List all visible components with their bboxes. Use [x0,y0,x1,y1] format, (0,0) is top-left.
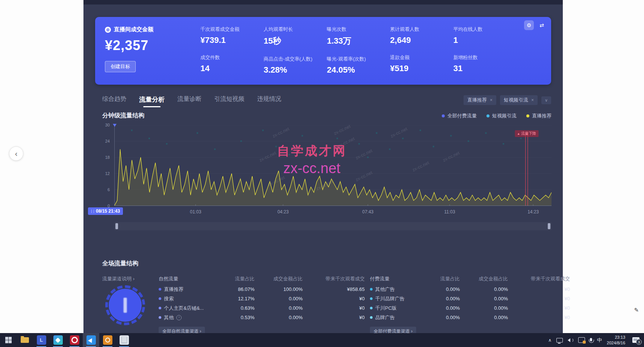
microphone-icon[interactable] [590,338,592,341]
chart-header: 分钟级流量结构 全部付费流量短视频引流直播推荐 [102,112,552,120]
screenshot-tool-icon[interactable] [578,337,585,343]
row-value: 0.00% [420,305,460,311]
metric-label: 累计观看人数 [390,26,453,33]
filter-chip[interactable]: 直播推荐× [464,95,496,105]
legend-label: 短视频引流 [492,113,517,119]
y-tick-label: 30 [105,123,110,127]
channel-label: 直播推荐 [164,286,183,293]
channel-dot [159,288,161,291]
filter-chip[interactable]: 短视频引流× [500,95,538,105]
blue-app-icon: L [37,335,46,345]
info-icon[interactable]: ? [176,315,182,320]
column-header: 带来千次观看成交 [508,275,570,282]
full-session-traffic-section: 全场流量结构 流量渠道说明 › 自然流量流量占比成交金额占比带来千次观看成交直播… [102,260,552,268]
chart-legend: 全部付费流量短视频引流直播推荐 [442,113,552,119]
row-value: 0.00% [420,296,460,301]
banner-title: 直播间成交金额 [114,26,153,33]
legend-label: 全部付费流量 [447,113,477,119]
table-row: 直播推荐86.07%100.00%¥858.65 [159,285,365,294]
banner-metric: 平均在线人数1 [453,26,517,45]
row-value: 0.00% [255,305,303,311]
taskbar-app-orange-icon[interactable] [99,333,116,347]
taskbar-app-teal-icon[interactable] [50,333,66,347]
column-header: 带来千次观看成交 [303,275,365,282]
scrollbar-handle-left[interactable] [115,223,118,229]
create-goal-button[interactable]: 创建目标 [105,61,136,72]
taskbar-apps: L [0,333,132,347]
viewer-right-margin: ✎ [563,0,644,333]
legend-item-全部付费流量[interactable]: 全部付费流量 [442,113,477,119]
banner-metric: 千次观看成交金额¥739.1 [200,26,264,45]
notification-badge: 3 [636,339,642,345]
chart-scrollbar[interactable] [114,222,552,230]
traffic-alert-badge[interactable]: ▲ 流量下降 [515,130,538,137]
tab-bar: 综合趋势流量分析流量诊断引流短视频违规情况 [95,95,281,107]
channel-dot [370,297,373,300]
row-value: ¥0 [508,296,570,301]
speaker-icon[interactable] [568,338,573,342]
table-row: 千川PC版0.00%0.00%¥0 [370,303,570,313]
gmv-block: ◎ 直播间成交金额 ¥2,357 创建目标 [105,26,199,72]
grip-icon: ⋮⋮ [90,209,94,213]
time-range-badge: ⋮⋮ 08/15 21:43 [88,207,123,215]
taskbar-app-blue-icon[interactable]: L [33,333,50,347]
chart-title: 分钟级流量结构 [102,112,144,120]
legend-dot [486,114,489,117]
row-value: 0.00% [460,315,508,320]
metric-label: 千次观看成交金额 [200,26,264,33]
taskbar: L ∧中 23:13 2024/8/16 3 [0,333,644,347]
swap-icon[interactable]: ⇄ [537,20,547,30]
channel-dot [370,288,373,291]
row-value: 100.00% [255,286,303,292]
banner-tools: ⚙ ⇄ [524,20,547,30]
tab-引流短视频[interactable]: 引流短视频 [214,95,244,107]
tab-综合趋势[interactable]: 综合趋势 [102,95,126,107]
close-icon[interactable]: × [490,97,492,103]
row-value: 86.07% [215,286,255,292]
row-value: ¥0 [508,286,570,292]
taskbar-start-icon[interactable] [0,333,17,347]
prev-arrow-button[interactable]: ‹ [9,146,23,161]
chevron-up-icon[interactable]: ∧ [548,338,552,343]
tab-流量诊断[interactable]: 流量诊断 [177,95,202,107]
filter-dropdown[interactable]: ∨ [541,96,551,104]
banner-metric: 成交件数14 [200,54,264,73]
taskbar-app-pointer-icon[interactable] [83,333,99,347]
banner-metric: 曝光-观看率(次数)24.05% [327,56,390,75]
taskbar-app-red-icon[interactable] [66,333,83,347]
channel-note-link[interactable]: 流量渠道说明 › [102,275,135,282]
row-name: 直播推荐 [159,286,215,293]
taskbar-explorer-icon[interactable] [17,333,33,347]
column-header: 成交金额占比 [255,275,303,282]
filter-chip-label: 直播推荐 [467,97,487,103]
row-value: ¥0 [303,305,365,311]
banner-metric: 新增粉丝数31 [453,54,517,73]
metric-label: 商品点击-成交率(人数) [264,56,327,62]
channel-dot [159,316,161,319]
tab-违规情况[interactable]: 违规情况 [257,95,281,107]
taskbar-notepad-icon[interactable] [116,333,132,347]
gear-icon[interactable]: ⚙ [524,20,534,30]
metric-label: 平均在线人数 [453,26,517,33]
ime-language-icon[interactable]: 中 [597,337,602,344]
row-value: ¥0 [508,315,570,320]
filter-chips: 直播推荐×短视频引流×∨ [464,95,551,105]
legend-item-直播推荐[interactable]: 直播推荐 [526,113,552,119]
row-name: 千川品牌广告 [370,295,420,302]
network-icon[interactable] [556,338,563,342]
table-row: 品牌广告0.00%0.00%¥0 [370,313,570,322]
windows-logo-icon [5,337,12,343]
row-name: 个人主页&店铺&... [159,305,215,312]
edit-icon[interactable]: ✎ [634,307,639,314]
scrollbar-handle-right[interactable] [548,223,550,229]
taskbar-clock[interactable]: 23:13 2024/8/16 [607,335,625,345]
table-title: 付费流量 [370,275,420,282]
orange-app-icon [103,335,112,345]
table-row: 个人主页&店铺&...0.63%0.00%¥0 [159,303,365,313]
y-tick-label: 12 [105,171,110,176]
tab-流量分析[interactable]: 流量分析 [139,95,165,107]
notification-icon[interactable]: 3 [632,337,639,343]
close-icon[interactable]: × [531,97,534,103]
legend-item-短视频引流[interactable]: 短视频引流 [486,113,517,119]
row-value: ¥0 [303,315,365,320]
